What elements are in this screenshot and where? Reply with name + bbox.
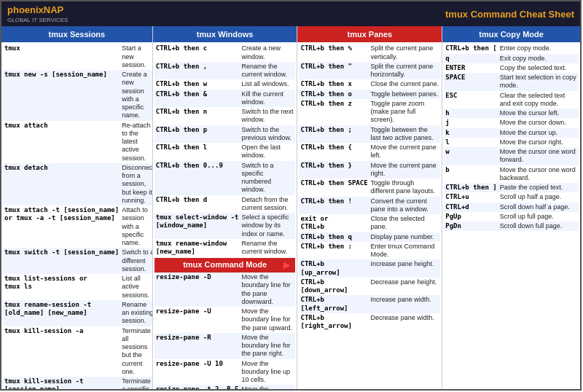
table-row: CTRL+b then " Split the current pane hor… — [299, 62, 440, 80]
cmd-cell: CTRL+b then , — [154, 62, 240, 80]
table-row: CTRL+b then c Create a new window. — [154, 44, 296, 62]
desc-cell: Detach from the current session. — [240, 195, 296, 213]
table-row: resize-pane -t 2 -R 5 Move the boundary … — [154, 385, 296, 389]
table-row: b Move the cursor one word backward. — [444, 165, 579, 184]
cmd-cell: tmux kill-session -t[session_name] — [3, 377, 120, 389]
desc-cell: Terminate a specific session. — [120, 377, 152, 389]
table-row: CTRL+b then % Split the current pane ver… — [299, 44, 440, 62]
desc-cell: Decrease pane width. — [369, 313, 441, 332]
desc-cell: Scroll down half a page. — [498, 203, 579, 212]
cmd-cell: PgUp — [444, 212, 498, 222]
desc-cell: Switch to a specific numbered window. — [240, 161, 296, 195]
table-row: CTRL+b then z Toggle pane zoom (make pan… — [299, 99, 440, 125]
logo-area: phoenixNAP GLOBAL IT SERVICES — [7, 4, 68, 23]
desc-cell: Move the cursor up. — [498, 128, 579, 138]
table-row: tmux Start a new session. — [3, 44, 152, 70]
table-row: CTRL+b then o Toggle between panes. — [299, 90, 440, 99]
table-row: l Move the cursor right. — [444, 138, 579, 147]
desc-cell: Copy the selected text. — [498, 63, 579, 73]
cmd-cell: SPACE — [444, 73, 498, 91]
table-row: CTRL+b then { Move the current pane left… — [299, 143, 440, 161]
desc-cell: Select a specific window by its index or… — [240, 213, 296, 239]
table-row: exit orCTRL+b Close the selected pane. — [299, 214, 440, 232]
cmd-cell: k — [444, 128, 498, 138]
cmd-cell: CTRL+b then d — [154, 195, 240, 213]
col-copy-mode-header: tmux Copy Mode — [442, 26, 580, 42]
desc-cell: Start a new session. — [120, 44, 152, 70]
table-row: CTRL+b then SPACE Toggle through differe… — [299, 179, 440, 197]
cmd-cell: CTRL+b[right_arrow] — [299, 313, 369, 332]
table-row: tmux attach -t [session_name]or tmux -a … — [3, 205, 152, 248]
logo-sub: GLOBAL IT SERVICES — [7, 17, 68, 23]
desc-cell: Exit copy mode. — [498, 54, 579, 63]
cmd-cell: tmux kill-session -a — [3, 326, 120, 377]
cmd-cell: tmux rename-window[new_name] — [154, 239, 240, 257]
table-row: CTRL+b then p Switch to the previous win… — [154, 125, 296, 144]
cmd-cell: resize-pane -R — [154, 333, 240, 359]
desc-cell: Move the boundary line for the pane righ… — [240, 333, 296, 359]
cmd-cell: tmux attach -t [session_name]or tmux -a … — [3, 205, 120, 248]
cmd-cell: tmux new -s [session_name] — [3, 70, 120, 121]
table-row: resize-pane -R Move the boundary line fo… — [154, 333, 296, 359]
cmd-cell: resize-pane -t 2 -R 5 — [154, 385, 240, 389]
cmd-cell: j — [444, 118, 498, 128]
table-row: CTRL+b then ; Toggle between the last tw… — [299, 125, 440, 144]
cmd-cell: CTRL+b then ; — [299, 125, 369, 144]
cmd-cell: CTRL+b[up_arrow] — [299, 259, 369, 278]
desc-cell: Toggle through different pane layouts. — [369, 179, 441, 197]
table-row: h Move the cursor left. — [444, 109, 579, 118]
logo-text: phoenixNAP — [7, 4, 63, 15]
desc-cell: Enter tmux Command Mode. — [369, 242, 441, 260]
cmd-cell: CTRL+b then ] — [444, 183, 498, 192]
arrow-icon: ► — [281, 258, 293, 273]
desc-cell: Scroll up half a page. — [498, 192, 579, 202]
table-row: resize-pane -U Move the boundary line fo… — [154, 307, 296, 333]
desc-cell: Move the boundary line for the pane down… — [240, 273, 296, 307]
cmd-cell: CTRL+b then z — [299, 99, 369, 125]
cmd-cell: tmux rename-session -t[old_name] [new_na… — [3, 300, 120, 326]
desc-cell: Move the current pane right. — [369, 161, 441, 179]
desc-cell: Attach to session with a specific name. — [120, 205, 152, 248]
cmd-cell: q — [444, 54, 498, 63]
col-sessions: tmux Sessions tmux Start a new session. … — [1, 26, 153, 389]
desc-cell: Move the cursor one word forward. — [498, 147, 579, 165]
desc-cell: Move the boundary line up 10 cells. — [240, 359, 296, 385]
copy-mode-table: CTRL+b then [ Enter copy mode. q Exit co… — [444, 44, 579, 231]
command-mode-header-row: tmux Command Mode ► — [154, 258, 296, 273]
table-row: tmux detach Disconnect from a session, b… — [3, 163, 152, 205]
table-row: CTRL+b then q Display pane number. — [299, 232, 440, 242]
cmd-cell: CTRL+b then & — [154, 90, 240, 108]
cmd-cell: b — [444, 165, 498, 184]
desc-cell: Toggle between the last two active panes… — [369, 125, 441, 144]
cmd-cell: ENTER — [444, 63, 498, 73]
table-row: CTRL+b then n Switch to the next window. — [154, 107, 296, 125]
cmd-cell: exit orCTRL+b — [299, 214, 369, 232]
table-row: CTRL+b then l Open the last window. — [154, 143, 296, 161]
col-copy-mode: tmux Copy Mode CTRL+b then [ Enter copy … — [442, 26, 580, 389]
table-row: CTRL+u Scroll up half a page. — [444, 192, 579, 202]
table-row: CTRL+b then 0...9 Switch to a specific n… — [154, 161, 296, 195]
desc-cell: Toggle between panes. — [369, 90, 441, 99]
cmd-cell: tmux switch -t [session_name] — [3, 248, 120, 274]
desc-cell: Create a new window. — [240, 44, 296, 62]
table-row: tmux select-window -t[window_name] Selec… — [154, 213, 296, 239]
desc-cell: Rename an existing session. — [120, 300, 152, 326]
sessions-table: tmux Start a new session. tmux new -s [s… — [3, 44, 152, 389]
table-row: tmux kill-session -a Terminate all sessi… — [3, 326, 152, 377]
cmd-cell: h — [444, 109, 498, 118]
table-row: PgDn Scroll down full page. — [444, 222, 579, 231]
col-panes: tmux Panes CTRL+b then % Split the curre… — [297, 26, 442, 389]
cmd-cell: CTRL+b[left_arrow] — [299, 295, 369, 313]
cmd-cell: CTRL+b then c — [154, 44, 240, 62]
desc-cell: Decrease pane height. — [369, 278, 441, 296]
desc-cell: Scroll down full page. — [498, 222, 579, 231]
col-copy-mode-body: CTRL+b then [ Enter copy mode. q Exit co… — [442, 42, 580, 389]
table-row: tmux switch -t [session_name] Switch to … — [3, 248, 152, 274]
desc-cell: Increase pane width. — [369, 295, 441, 313]
cmd-cell: CTRL+b then l — [154, 143, 240, 161]
cmd-cell: CTRL+b then { — [299, 143, 369, 161]
desc-cell: Move the boundary line for the pane upwa… — [240, 307, 296, 333]
panes-table: CTRL+b then % Split the current pane ver… — [299, 44, 440, 331]
desc-cell: Close the current pane. — [369, 79, 441, 89]
desc-cell: Rename the current window. — [240, 239, 296, 257]
